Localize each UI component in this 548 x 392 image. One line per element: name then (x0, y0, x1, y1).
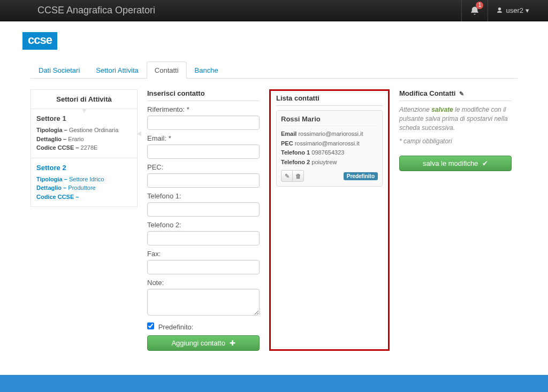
insert-contact-form: Inserisci contatto Riferimento: * Email:… (147, 89, 260, 351)
list-title: Lista contatti (276, 94, 383, 106)
tab-contatti[interactable]: Contatti (147, 62, 187, 79)
user-name: user2 (506, 6, 523, 14)
tab-dati-societari[interactable]: Dati Societari (31, 62, 88, 79)
brand-title: CCSE Anagrafica Operatori (37, 5, 155, 16)
modify-panel: Modifica Contatti ✎ Attenzione salvate l… (399, 89, 512, 351)
sector-name: Settore 1 (36, 114, 132, 122)
add-contact-button[interactable]: Aggiungi contatto ✚ (147, 335, 260, 351)
sector-item-2[interactable]: Settore 2 Tipologia – Settore Idrico Det… (31, 158, 138, 207)
required-note: * campi obbligatori (399, 137, 512, 145)
sector-nav-title: Settori di Attività (31, 89, 138, 109)
predefinito-label: Predefinito: (158, 323, 194, 331)
notif-badge: 1 (476, 2, 483, 9)
plus-icon: ✚ (227, 339, 235, 347)
pec-input[interactable] (147, 173, 260, 188)
rif-label: Riferimento: * (147, 105, 260, 113)
user-icon (496, 7, 503, 14)
form-title: Inserisci contatto (147, 89, 260, 101)
edit-contact-button[interactable]: ✎ (281, 170, 293, 182)
tel2-input[interactable] (147, 231, 260, 245)
trash-icon: 🗑 (295, 173, 301, 179)
sector-item-1[interactable]: Settore 1 Tipologia – Gestione Ordinaria… (31, 109, 138, 158)
pec-label: PEC: (147, 163, 260, 171)
email-input[interactable] (147, 144, 260, 159)
save-changes-button[interactable]: salva le modifiche ✔ (399, 156, 512, 171)
note-input[interactable] (147, 289, 260, 316)
fax-input[interactable] (147, 260, 260, 274)
fax-label: Fax: (147, 250, 260, 258)
modify-title: Modifica Contatti ✎ (399, 89, 512, 101)
logo: ccse (22, 32, 57, 50)
tab-settori-attivita[interactable]: Settori Attivita (88, 62, 146, 79)
contact-card: Rossi Mario Email rossimario@mariorossi.… (276, 110, 383, 187)
sector-name: Settore 2 (36, 164, 132, 172)
sector-nav: Settori di Attività Settore 1 Tipologia … (31, 89, 138, 207)
email-label: Email: * (147, 134, 260, 142)
user-menu[interactable]: user2 ▾ (488, 0, 537, 21)
edit-icon: ✎ (458, 90, 464, 97)
tab-banche[interactable]: Banche (187, 62, 226, 79)
predefinito-checkbox[interactable] (147, 322, 154, 329)
attention-note: Attenzione salvate le modifiche con il p… (399, 105, 512, 132)
notif-button[interactable]: 1 (461, 0, 488, 21)
tel2-label: Telefono 2: (147, 221, 260, 229)
contact-list-highlighted: Lista contatti Rossi Mario Email rossima… (269, 89, 390, 351)
edit-icon: ✎ (285, 173, 290, 180)
rif-input[interactable] (147, 116, 260, 130)
default-badge: Predefinito (344, 172, 378, 180)
navbar: CCSE Anagrafica Operatori 1 user2 ▾ (0, 0, 548, 21)
contact-name: Rossi Mario (281, 115, 378, 126)
footer: CCSE Via Cesare Beccaria n° 94/96 00196 … (0, 375, 548, 392)
tel1-input[interactable] (147, 202, 260, 217)
caret-down-icon: ▾ (526, 6, 529, 14)
delete-contact-button[interactable]: 🗑 (292, 170, 304, 182)
tabs: Dati Societari Settori Attivita Contatti… (31, 55, 517, 79)
check-icon: ✔ (480, 159, 488, 167)
note-label: Note: (147, 279, 260, 287)
page-box: Dati Societari Settori Attivita Contatti… (22, 55, 526, 359)
tel1-label: Telefono 1: (147, 192, 260, 200)
